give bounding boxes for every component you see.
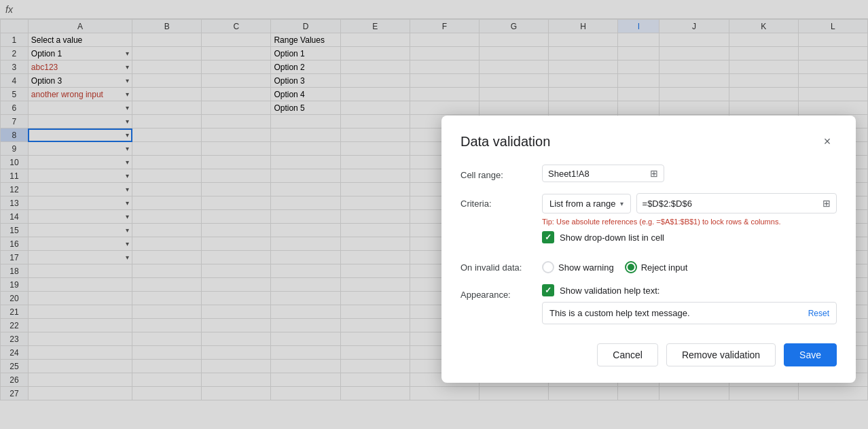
dialog-header: Data validation × bbox=[460, 132, 837, 151]
show-help-text-label: Show validation help text: bbox=[560, 286, 659, 296]
criteria-type-label: List from a range bbox=[549, 199, 616, 209]
dialog-footer: Cancel Remove validation Save bbox=[460, 343, 837, 366]
invalid-data-content: Show warning Reject input bbox=[542, 257, 837, 273]
show-help-text-row: Show validation help text: bbox=[542, 284, 837, 296]
spreadsheet: fx A B C D E F G H I J K L bbox=[0, 0, 868, 429]
reject-input-radio-dot bbox=[628, 264, 634, 271]
show-dropdown-row: Show drop-down list in cell bbox=[542, 231, 837, 243]
criteria-range-value: =$D$2:$D$6 bbox=[643, 199, 822, 209]
show-warning-option[interactable]: Show warning bbox=[542, 261, 614, 273]
help-text-value: This is a custom help text message. bbox=[549, 308, 808, 318]
invalid-data-row: On invalid data: Show warning Reject inp… bbox=[460, 257, 837, 273]
grid-select-icon[interactable]: ⊞ bbox=[650, 168, 658, 179]
appearance-content: Show validation help text: This is a cus… bbox=[542, 284, 837, 324]
criteria-row: Criteria: List from a range ▾ =$D$2:$D$6… bbox=[460, 193, 837, 246]
save-button[interactable]: Save bbox=[784, 343, 837, 366]
invalid-data-radio-group: Show warning Reject input bbox=[542, 257, 837, 273]
show-warning-label: Show warning bbox=[558, 262, 614, 273]
cancel-button[interactable]: Cancel bbox=[597, 343, 658, 366]
criteria-range-input[interactable]: =$D$2:$D$6 ⊞ bbox=[636, 193, 837, 213]
cell-range-content: Sheet1!A8 ⊞ bbox=[542, 165, 837, 182]
reject-input-radio[interactable] bbox=[625, 261, 637, 273]
help-text-input[interactable]: This is a custom help text message. Rese… bbox=[542, 302, 837, 324]
show-warning-radio[interactable] bbox=[542, 261, 554, 273]
criteria-label: Criteria: bbox=[460, 193, 542, 209]
cell-range-value: Sheet1!A8 bbox=[548, 169, 650, 179]
criteria-type-dropdown[interactable]: List from a range ▾ bbox=[542, 194, 631, 213]
cell-range-input[interactable]: Sheet1!A8 ⊞ bbox=[542, 165, 664, 182]
appearance-row: Appearance: Show validation help text: T… bbox=[460, 284, 837, 324]
cell-range-label: Cell range: bbox=[460, 165, 542, 180]
data-validation-dialog: Data validation × Cell range: Sheet1!A8 … bbox=[441, 116, 856, 383]
show-dropdown-label: Show drop-down list in cell bbox=[560, 233, 664, 243]
tip-text: Tip: Use absolute references (e.g. =$A$1… bbox=[542, 218, 837, 226]
criteria-content: List from a range ▾ =$D$2:$D$6 ⊞ Tip: Us… bbox=[542, 193, 837, 246]
cell-range-row: Cell range: Sheet1!A8 ⊞ bbox=[460, 165, 837, 182]
reset-link[interactable]: Reset bbox=[808, 309, 829, 318]
reject-input-label: Reject input bbox=[641, 262, 688, 273]
appearance-label: Appearance: bbox=[460, 284, 542, 300]
reject-input-option[interactable]: Reject input bbox=[625, 261, 688, 273]
close-button[interactable]: × bbox=[818, 132, 837, 151]
remove-validation-button[interactable]: Remove validation bbox=[666, 343, 776, 366]
invalid-data-label: On invalid data: bbox=[460, 257, 542, 273]
dialog-title: Data validation bbox=[460, 134, 550, 150]
show-dropdown-checkbox[interactable] bbox=[542, 231, 554, 243]
criteria-controls: List from a range ▾ =$D$2:$D$6 ⊞ bbox=[542, 193, 837, 213]
show-help-text-checkbox[interactable] bbox=[542, 284, 554, 296]
range-grid-icon[interactable]: ⊞ bbox=[822, 198, 831, 209]
dropdown-arrow-icon: ▾ bbox=[620, 200, 623, 207]
